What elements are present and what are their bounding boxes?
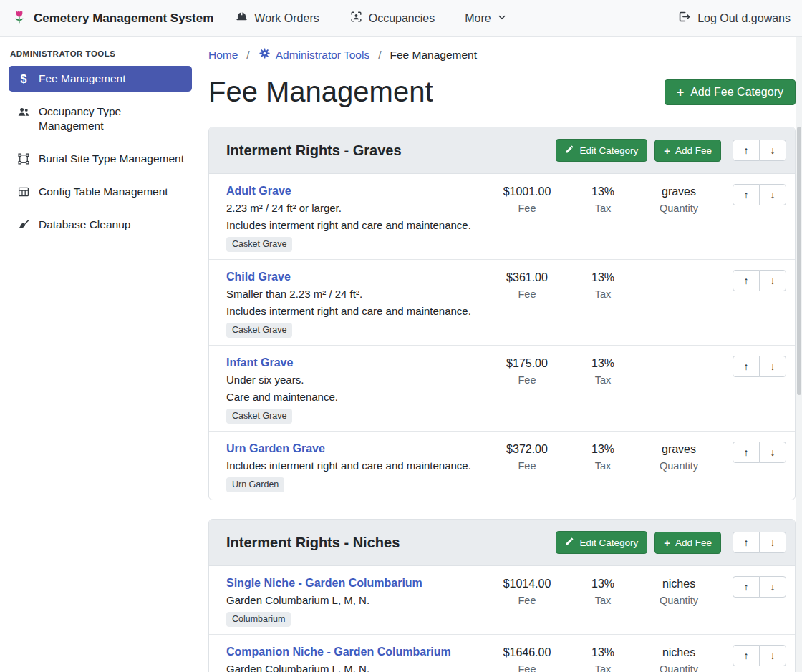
fee-quantity-label: Quantity xyxy=(641,663,717,672)
fee-actions: ↑ ↓ xyxy=(728,184,786,205)
move-category-up-button[interactable]: ↑ xyxy=(733,140,760,161)
edit-category-button[interactable]: Edit Category xyxy=(556,139,647,162)
move-fee-down-button[interactable]: ↓ xyxy=(759,184,786,205)
fee-tax-label: Tax xyxy=(565,374,641,386)
app-brand[interactable]: Cemetery Management System xyxy=(11,9,213,28)
breadcrumb-current: Fee Management xyxy=(390,49,478,62)
fee-name-link[interactable]: Companion Niche - Garden Columbarium xyxy=(226,645,451,658)
fee-description: Includes interment right and care and ma… xyxy=(226,219,485,232)
nav-more-dropdown[interactable]: More xyxy=(465,12,506,25)
fee-name-link[interactable]: Adult Grave xyxy=(226,184,291,198)
fee-tax-col: 13% Tax xyxy=(565,270,641,300)
app-title: Cemetery Management System xyxy=(34,11,213,26)
category-reorder-group: ↑ ↓ xyxy=(733,532,786,553)
fee-amount-col: $1001.00 Fee xyxy=(489,184,565,214)
move-fee-down-button[interactable]: ↓ xyxy=(759,442,786,463)
fee-description: Care and maintenance. xyxy=(226,391,485,404)
fee-tax: 13% xyxy=(565,442,641,456)
category-header: Interment Rights - Niches Edit Category … xyxy=(209,520,795,566)
add-fee-button[interactable]: + Add Fee xyxy=(654,532,721,554)
fee-description: Garden Columbarium L, M, N. xyxy=(226,594,485,607)
move-fee-up-button[interactable]: ↑ xyxy=(733,442,760,463)
sidebar-item-burial-site-type-management[interactable]: Burial Site Type Management xyxy=(9,146,192,172)
fee-name-link[interactable]: Child Grave xyxy=(226,270,291,283)
fee-type-badge: Casket Grave xyxy=(226,323,292,338)
fee-name-link[interactable]: Infant Grave xyxy=(226,356,293,369)
fee-name-link[interactable]: Single Niche - Garden Columbarium xyxy=(226,576,422,590)
broom-icon xyxy=(16,218,32,232)
move-fee-down-button[interactable]: ↓ xyxy=(759,645,786,666)
fee-amount-col: $361.00 Fee xyxy=(489,270,565,300)
scrollbar[interactable] xyxy=(796,37,802,672)
move-fee-down-button[interactable]: ↓ xyxy=(759,576,786,598)
fee-quantity-col xyxy=(641,270,717,271)
fee-tax-label: Tax xyxy=(565,595,641,606)
plus-icon: + xyxy=(664,146,670,155)
add-fee-label: Add Fee xyxy=(675,537,712,548)
sidebar-item-database-cleanup[interactable]: Database Cleanup xyxy=(9,212,192,238)
fee-type-badge: Urn Garden xyxy=(226,477,284,492)
fee-row: Adult Grave 2.23 m² / 24 ft² or larger. … xyxy=(209,174,795,259)
add-fee-category-button[interactable]: + Add Fee Category xyxy=(665,79,796,105)
chevron-down-icon xyxy=(497,12,507,25)
fee-tax: 13% xyxy=(565,185,641,198)
move-fee-up-button[interactable]: ↑ xyxy=(733,270,760,291)
fee-name-link[interactable]: Urn Garden Grave xyxy=(226,442,325,455)
fee-amount: $1646.00 xyxy=(489,646,565,659)
fee-category-card: Interment Rights - Niches Edit Category … xyxy=(208,519,796,672)
breadcrumb-home-link[interactable]: Home xyxy=(208,49,238,62)
move-fee-up-button[interactable]: ↑ xyxy=(733,184,760,205)
fee-amount: $175.00 xyxy=(489,356,565,370)
move-category-down-button[interactable]: ↓ xyxy=(759,140,786,161)
edit-category-button[interactable]: Edit Category xyxy=(556,531,647,554)
edit-category-label: Edit Category xyxy=(579,145,638,156)
fee-tax: 13% xyxy=(565,646,641,659)
sidebar-item-occupancy-type-management[interactable]: Occupancy Type Management xyxy=(9,99,192,139)
fee-tax: 13% xyxy=(565,356,641,370)
scrollbar-thumb[interactable] xyxy=(797,127,801,395)
fee-quantity-label: Quantity xyxy=(641,595,717,606)
nav-work-orders[interactable]: Work Orders xyxy=(235,10,319,26)
add-fee-category-label: Add Fee Category xyxy=(690,86,783,99)
tulip-logo-icon xyxy=(11,9,27,28)
nav-work-orders-label: Work Orders xyxy=(254,12,319,25)
breadcrumb-admin-tools-link[interactable]: Administrator Tools xyxy=(259,47,370,62)
plus-icon: + xyxy=(677,87,685,98)
sidebar-item-label: Burial Site Type Management xyxy=(39,152,184,166)
hard-hat-icon xyxy=(235,10,248,26)
fee-tax-label: Tax xyxy=(565,663,641,672)
fee-quantity-col: niches Quantity xyxy=(641,645,717,672)
fee-amount: $361.00 xyxy=(489,271,565,284)
add-fee-button[interactable]: + Add Fee xyxy=(654,140,721,162)
plus-icon: + xyxy=(664,538,670,547)
fee-tax-col: 13% Tax xyxy=(565,184,641,214)
fee-row: Urn Garden Grave Includes interment righ… xyxy=(209,431,795,500)
fee-row: Companion Niche - Garden Columbarium Gar… xyxy=(209,634,795,672)
arrow-up-icon: ↑ xyxy=(744,189,749,200)
logout-link[interactable]: Log Out d.gowans xyxy=(677,10,791,26)
move-fee-up-button[interactable]: ↑ xyxy=(733,576,760,598)
arrow-up-icon: ↑ xyxy=(744,650,749,661)
fee-quantity: niches xyxy=(641,646,717,659)
arrow-up-icon: ↑ xyxy=(744,447,749,458)
breadcrumb-separator: / xyxy=(378,49,381,62)
move-fee-up-button[interactable]: ↑ xyxy=(733,356,760,377)
move-category-up-button[interactable]: ↑ xyxy=(733,532,760,553)
nav-occupancies[interactable]: Occupancies xyxy=(349,10,435,26)
fee-description: Under six years. xyxy=(226,374,485,386)
logout-label: Log Out d.gowans xyxy=(697,12,791,25)
fee-quantity-col: niches Quantity xyxy=(641,576,717,606)
arrow-up-icon: ↑ xyxy=(744,145,749,156)
fee-tax-label: Tax xyxy=(565,460,641,472)
arrow-down-icon: ↓ xyxy=(770,275,776,286)
fee-actions: ↑ ↓ xyxy=(728,442,786,463)
sidebar-item-fee-management[interactable]: $ Fee Management xyxy=(9,66,192,92)
fee-quantity: graves xyxy=(641,442,717,456)
fee-quantity-label: Quantity xyxy=(641,203,717,214)
fee-amount-label: Fee xyxy=(489,374,565,386)
sidebar-item-config-table-management[interactable]: Config Table Management xyxy=(9,179,192,205)
move-fee-up-button[interactable]: ↑ xyxy=(733,645,760,666)
move-fee-down-button[interactable]: ↓ xyxy=(759,356,786,377)
move-category-down-button[interactable]: ↓ xyxy=(759,532,786,553)
move-fee-down-button[interactable]: ↓ xyxy=(759,270,786,291)
